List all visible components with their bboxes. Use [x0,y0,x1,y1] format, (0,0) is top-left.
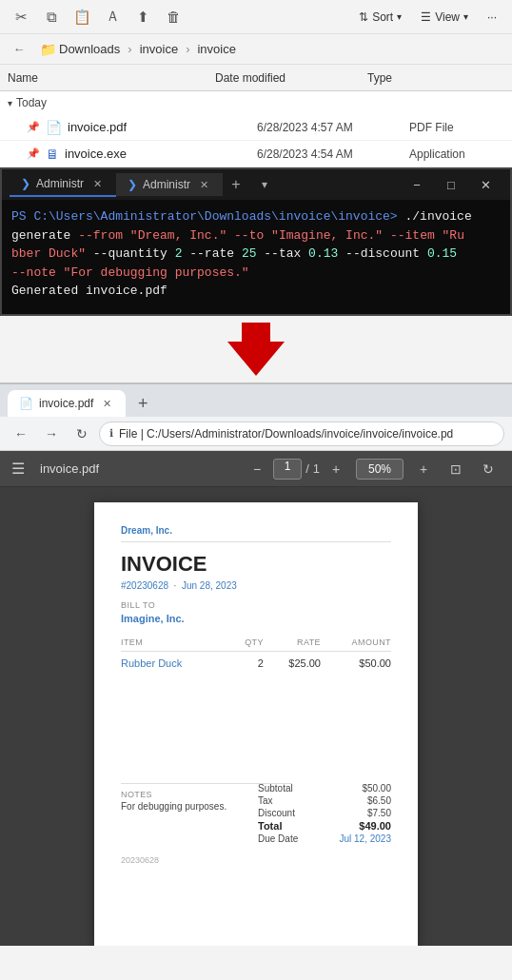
pdf-page-current[interactable]: 1 [273,459,302,480]
invoice-spacer [121,669,391,783]
browser-address-bar[interactable]: ℹ File | C:/Users/Administrator/Download… [99,421,504,446]
table-row[interactable]: 📌 🖥 invoice.exe 6/28/2023 4:54 AM Applic… [0,141,512,167]
terminal-tab-icon-1: ❯ [21,177,30,190]
invoice-tax-label: Tax [258,795,273,806]
invoice-line-item: Rubber Duck 2 $25.00 $50.00 [121,652,391,670]
address-bar: ← 📁 Downloads › invoice › invoice [0,34,512,65]
view-chevron-icon: ▾ [463,11,468,22]
column-header-name[interactable]: Name [8,71,215,85]
pdf-page-control: − 1 / 1 + [245,457,348,481]
browser-tab-close-button[interactable]: ✕ [99,396,114,411]
invoice-item-amount: $50.00 [321,652,391,670]
file-list: ▾ Today 📌 📄 invoice.pdf 6/28/2023 4:57 A… [0,91,512,167]
pdf-rotate-button[interactable]: ↻ [476,457,501,481]
more-icon: ··· [487,10,497,24]
pdf-fit-page-button[interactable]: ⊡ [443,457,468,481]
terminal-tab-2[interactable]: ❯ Administr ✕ [116,173,223,196]
browser-tab-favicon: 📄 [19,397,33,410]
terminal-add-tab-button[interactable]: + [223,171,249,198]
pdf-menu-icon[interactable]: ☰ [11,460,25,478]
pdf-file-icon: 📄 [46,120,62,135]
file-type-exe: Application [409,147,504,161]
invoice-item-name: Rubber Duck [121,652,230,670]
cut-icon[interactable]: ✂ [8,4,34,30]
terminal-item-cont: bber Duck" [11,246,86,261]
terminal-tax-flag: --tax [256,246,308,261]
share-icon[interactable]: ⬆ [129,4,156,30]
table-row[interactable]: 📌 📄 invoice.pdf 6/28/2023 4:57 AM PDF Fi… [0,114,512,141]
pdf-zoom-in-button[interactable]: + [411,457,436,481]
column-header-date[interactable]: Date modified [215,71,367,85]
invoice-discount-value: $7.50 [367,808,391,818]
invoice-billto-label: BILL TO [121,600,391,610]
invoice-summary: Subtotal $50.00 Tax $6.50 Discount $7.50… [258,783,391,846]
pdf-page-next-button[interactable]: + [324,457,348,481]
invoice-footer-id: 20230628 [121,855,391,865]
breadcrumb-invoice1[interactable]: invoice [136,40,182,58]
terminal-prompt: PS C:\Users\Administrator\Downloads\invo… [11,209,398,224]
browser-forward-button[interactable]: → [38,421,65,447]
terminal-rate-flag: --rate [182,246,241,261]
back-button[interactable]: ← [8,38,30,61]
terminal-tab-close-2[interactable]: ✕ [196,177,211,192]
invoice-subtotal-row: Subtotal $50.00 [258,783,391,794]
invoice-number: #20230628 · Jun 28, 2023 [121,580,391,591]
arrow-container [0,316,512,382]
browser-address-text: File | C:/Users/Administrator/Downloads/… [119,427,453,441]
invoice-item-rate: $25.00 [264,652,321,670]
invoice-title: INVOICE [121,552,391,577]
terminal-titlebar: ❯ Administr ✕ ❯ Administr ✕ + ▾ − □ ✕ [2,169,510,200]
arrow-shaft [242,323,270,342]
delete-icon[interactable]: 🗑 [160,4,187,30]
invoice-billto: Imagine, Inc. [121,613,391,624]
group-header-label: Today [16,96,47,109]
terminal-discount-flag: --discount [338,246,427,261]
invoice-item-qty: 2 [230,652,264,670]
terminal-item-flag: --item "Ru [390,228,464,243]
terminal-tab-1[interactable]: ❯ Administr ✕ [10,172,116,197]
terminal-dropdown-button[interactable]: ▾ [253,173,276,196]
breadcrumb-downloads[interactable]: 📁 Downloads [36,40,124,59]
pdf-page-prev-button[interactable]: − [245,457,269,481]
browser-reload-button[interactable]: ↻ [69,421,95,447]
copy-icon[interactable]: ⧉ [38,4,65,30]
terminal-discount-val: 0.15 [427,246,457,261]
invoice-discount-label: Discount [258,808,295,818]
invoice-due-label: Due Date [258,833,298,844]
browser-back-button[interactable]: ← [8,421,34,447]
terminal-window-buttons: − □ ✕ [400,169,502,200]
invoice-tax-row: Tax $6.50 [258,795,391,806]
view-button[interactable]: ☰ View ▾ [413,4,476,30]
terminal-to-flag: --to "Imagine, Inc." [234,228,383,243]
invoice-col-qty: QTY [230,637,264,652]
file-type-pdf: PDF File [409,121,504,134]
terminal-body[interactable]: PS C:\Users\Administrator\Downloads\invo… [2,200,510,314]
sort-button[interactable]: ⇅ Sort ▾ [351,4,409,30]
browser-tab-invoice[interactable]: 📄 invoice.pdf ✕ [8,390,126,417]
more-options-button[interactable]: ··· [480,4,504,30]
browser-toolbar: ← → ↻ ℹ File | C:/Users/Administrator/Do… [0,417,512,451]
breadcrumb-invoice2[interactable]: invoice [193,40,239,58]
browser-new-tab-button[interactable]: + [129,390,156,417]
terminal-close-button[interactable]: ✕ [468,169,502,200]
terminal-rate-val: 25 [242,246,257,261]
view-icon: ☰ [421,10,431,24]
down-arrow [227,323,285,376]
file-date-exe: 6/28/2023 4:54 AM [257,147,409,161]
column-header-type[interactable]: Type [367,71,463,85]
lock-icon: ℹ [109,427,113,440]
terminal-space2 [383,228,390,243]
rename-icon[interactable]: Ａ [99,4,126,30]
paste-icon[interactable]: 📋 [69,4,95,30]
terminal-tab-close-1[interactable]: ✕ [89,176,105,191]
terminal-tab-label-2: Administr [143,178,190,191]
terminal-space1 [226,228,234,243]
terminal-tax-val: 0.13 [308,246,338,261]
pdf-zoom-control[interactable]: 50% [356,459,404,480]
terminal-generated-text: Generated invoice.pdf [11,284,167,298]
terminal-maximize-button[interactable]: □ [434,169,468,200]
invoice-divider [121,541,391,542]
terminal-minimize-button[interactable]: − [400,169,434,200]
invoice-footer-area: Notes For debugging purposes. Subtotal $… [121,783,391,846]
invoice-number-value: #20230628 [121,580,168,591]
